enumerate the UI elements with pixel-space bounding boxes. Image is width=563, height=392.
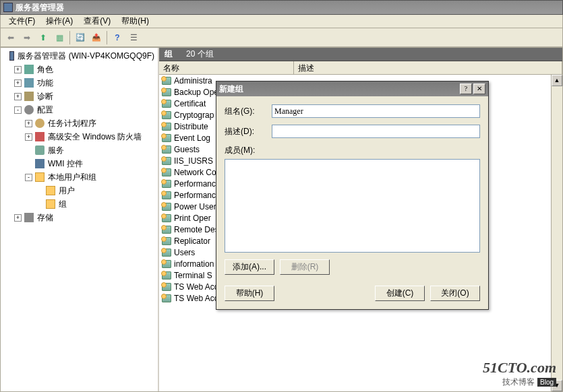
group-icon — [162, 157, 171, 165]
dialog-title: 新建组 — [219, 84, 458, 95]
tree-local-users-groups[interactable]: -本地用户和组 — [25, 170, 156, 184]
remove-button[interactable]: 删除(R) — [280, 259, 330, 275]
nav-back-button[interactable] — [3, 30, 18, 45]
watermark-brand: 51CTO.com — [483, 359, 556, 377]
scroll-up-icon[interactable]: ▲ — [552, 75, 562, 86]
list-item-label: Replicator — [174, 236, 210, 246]
group-icon — [162, 191, 171, 199]
group-icon — [162, 100, 171, 108]
group-name-input[interactable] — [272, 104, 480, 118]
content-count: 20 个组 — [186, 48, 214, 60]
window-titlebar: 服务器管理器 — [0, 0, 563, 15]
list-item-label: Event Log — [174, 133, 210, 143]
tree-services[interactable]: 服务 — [25, 143, 156, 157]
app-icon — [3, 3, 13, 12]
menu-view[interactable]: 查看(V) — [78, 14, 116, 28]
group-icon — [162, 123, 171, 131]
properties-button[interactable] — [126, 30, 141, 45]
close-button[interactable]: 关闭(O) — [430, 286, 480, 301]
tree-configuration[interactable]: -配置 — [14, 103, 156, 117]
toolbar-separator — [69, 31, 70, 44]
group-icon — [162, 214, 171, 222]
list-item-label: Network Co — [174, 168, 216, 177]
group-icon — [162, 168, 171, 176]
tree-root[interactable]: 服务器管理器 (WIN-VP4KOMGQQ9F) — [3, 49, 156, 63]
group-icon — [162, 271, 171, 280]
dialog-body: 组名(G): 描述(D): 成员(M): 添加(A)... 删除(R) 帮助(H… — [216, 96, 488, 309]
add-button[interactable]: 添加(A)... — [225, 259, 274, 275]
collapse-icon[interactable]: - — [14, 106, 22, 114]
nav-up-button[interactable] — [36, 30, 51, 45]
group-icon — [162, 294, 171, 302]
group-icon — [162, 134, 171, 142]
expand-icon[interactable]: + — [25, 120, 32, 127]
tree-features[interactable]: +功能 — [14, 76, 156, 90]
description-input[interactable] — [272, 125, 480, 138]
menu-action[interactable]: 操作(A) — [40, 14, 78, 28]
tree-storage[interactable]: +存储 — [14, 211, 156, 224]
list-item-label: TS Web Acc — [174, 294, 218, 303]
help-button[interactable] — [110, 30, 125, 45]
list-item-label: Remote Des — [174, 225, 219, 234]
tree-users[interactable]: 用户 — [36, 184, 156, 197]
col-desc[interactable]: 描述 — [294, 61, 562, 74]
group-icon — [162, 88, 171, 96]
help-button[interactable]: 帮助(H) — [225, 286, 274, 301]
tree-groups[interactable]: 组 — [36, 197, 156, 211]
dialog-help-button[interactable]: ? — [460, 84, 472, 94]
list-item-label: Users — [174, 248, 195, 257]
menu-file[interactable]: 文件(F) — [3, 14, 40, 28]
members-label: 成员(M): — [225, 145, 480, 156]
tree-firewall[interactable]: +高级安全 Windows 防火墙 — [25, 130, 156, 143]
group-icon — [162, 77, 171, 85]
refresh-button[interactable] — [73, 30, 88, 45]
tree-roles[interactable]: +角色 — [14, 63, 156, 76]
expand-icon[interactable]: + — [14, 79, 22, 87]
collapse-icon[interactable]: - — [25, 174, 32, 181]
toolbar-separator — [107, 31, 107, 44]
configuration-icon — [24, 105, 34, 115]
nav-forward-button[interactable] — [20, 30, 34, 45]
navigation-tree[interactable]: 服务器管理器 (WIN-VP4KOMGQQ9F) +角色 +功能 +诊断 -配置… — [1, 48, 159, 391]
col-name[interactable]: 名称 — [159, 61, 294, 74]
expand-icon[interactable]: + — [14, 214, 22, 222]
tree-diagnostics[interactable]: +诊断 — [14, 90, 156, 103]
group-icon — [162, 203, 171, 211]
list-item-label: Distribute — [174, 122, 208, 131]
description-label: 描述(D): — [225, 126, 272, 137]
list-item-label: Print Oper — [174, 214, 211, 223]
view-grid-button[interactable] — [52, 30, 67, 45]
window-title: 服务器管理器 — [16, 2, 560, 13]
watermark-sub: 技术博客Blog — [483, 377, 556, 388]
list-item-label: Administra — [174, 76, 212, 86]
expand-icon[interactable]: + — [14, 66, 22, 73]
server-icon — [9, 51, 14, 61]
tree-task-scheduler[interactable]: +任务计划程序 — [25, 117, 156, 130]
group-icon — [162, 249, 171, 257]
expand-icon[interactable]: + — [14, 93, 22, 100]
list-item-label: Performanc — [174, 179, 216, 189]
dialog-close-button[interactable]: ✕ — [473, 84, 485, 94]
menu-help[interactable]: 帮助(H) — [116, 14, 154, 28]
tree-wmi[interactable]: WMI 控件 — [25, 157, 156, 170]
scrollbar[interactable]: ▲ ▼ — [551, 75, 562, 391]
watermark: 51CTO.com 技术博客Blog — [483, 359, 556, 388]
group-icon — [162, 145, 171, 154]
content-header: 组 20 个组 — [159, 48, 562, 61]
scroll-track[interactable] — [552, 86, 562, 380]
export-button[interactable] — [89, 30, 104, 45]
features-icon — [24, 78, 34, 88]
expand-icon[interactable]: + — [25, 133, 32, 141]
create-button[interactable]: 创建(C) — [375, 286, 425, 301]
content-title: 组 — [165, 48, 173, 60]
roles-icon — [24, 65, 34, 74]
group-icon — [162, 283, 171, 291]
list-item-label: Terminal S — [174, 271, 212, 280]
wmi-icon — [35, 159, 45, 168]
storage-icon — [24, 213, 34, 222]
list-item-label: IIS_IUSRS — [174, 156, 213, 166]
dialog-titlebar[interactable]: 新建组 ? ✕ — [216, 81, 488, 96]
column-headers[interactable]: 名称 描述 — [159, 61, 562, 75]
members-listbox[interactable] — [225, 159, 480, 253]
diagnostics-icon — [24, 92, 34, 101]
